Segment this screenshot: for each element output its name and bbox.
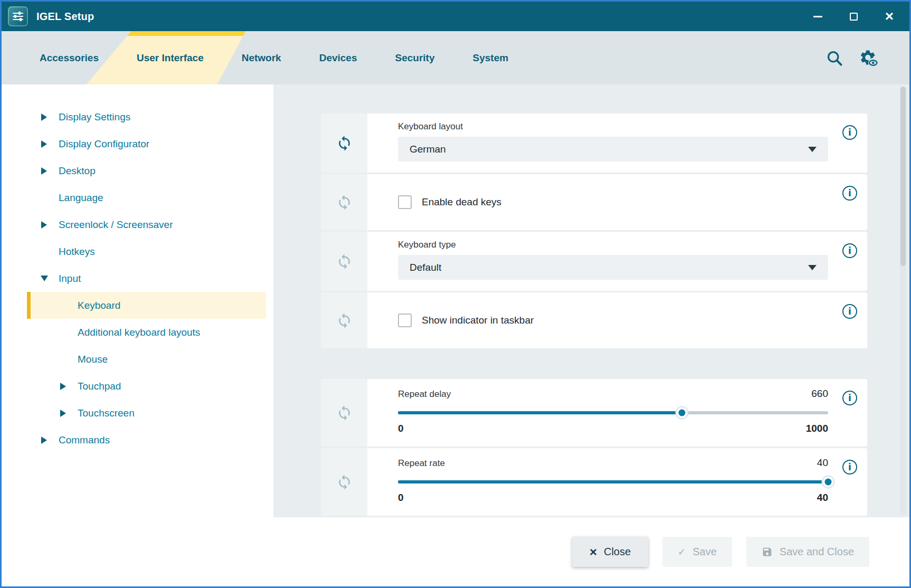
igel-setup-window: IGEL Setup × Accessories User Interface … — [0, 0, 911, 588]
info-icon[interactable]: i — [842, 304, 857, 319]
sidebar-item-label: Additional keyboard layouts — [78, 327, 200, 338]
maximize-icon[interactable] — [848, 10, 859, 23]
sidebar-item-label: Hotkeys — [59, 246, 95, 258]
slider-max-label: 1000 — [806, 423, 828, 434]
dropdown[interactable]: Default — [398, 255, 828, 280]
window-controls: × — [812, 10, 902, 23]
sidebar-item-display-configurator[interactable]: Display Configurator — [2, 130, 273, 157]
dropdown-value: German — [410, 144, 446, 155]
chevron-right-icon — [59, 383, 68, 390]
tab-label: Network — [242, 52, 281, 64]
tab-label: User Interface — [137, 52, 204, 64]
reset-to-default-icon[interactable] — [336, 474, 353, 490]
tab-security[interactable]: Security — [395, 31, 435, 84]
slider-handle[interactable] — [823, 477, 834, 488]
slider-fill — [398, 480, 828, 483]
tab-label: Devices — [319, 52, 357, 64]
vertical-scrollbar[interactable] — [900, 87, 906, 515]
chevron-right-icon — [40, 167, 49, 175]
close-window-icon[interactable]: × — [884, 10, 895, 23]
sidebar-item-touchscreen[interactable]: Touchscreen — [2, 400, 273, 426]
chevron-right-icon — [59, 410, 68, 417]
setting-card-repeat-delay: Repeat delay 660 0 1000 i — [321, 379, 867, 447]
sidebar-item-label: Commands — [59, 434, 110, 446]
tab-label: System — [473, 52, 509, 64]
reset-to-default-icon[interactable] — [336, 253, 353, 270]
sidebar-item-label: Language — [59, 192, 103, 204]
sidebar-item-language[interactable]: Language — [2, 184, 273, 211]
slider-value: 660 — [811, 388, 828, 400]
reset-to-default-icon[interactable] — [336, 312, 353, 329]
tab-user-interface[interactable]: User Interface — [137, 31, 204, 84]
save-button[interactable]: ✓ Save — [662, 537, 732, 567]
info-icon[interactable]: i — [842, 460, 857, 475]
reset-to-default-icon[interactable] — [336, 194, 353, 211]
slider-max-label: 40 — [817, 492, 828, 504]
info-icon[interactable]: i — [842, 186, 857, 201]
search-icon[interactable] — [826, 50, 843, 67]
tab-bar: Accessories User Interface Network Devic… — [2, 31, 909, 84]
save-and-close-button[interactable]: Save and Close — [746, 537, 869, 567]
chevron-down-icon — [808, 265, 817, 270]
chevron-right-icon — [40, 113, 49, 121]
sidebar-item-mouse[interactable]: Mouse — [2, 346, 273, 373]
sidebar-item-additional-keyboard-layouts[interactable]: Additional keyboard layouts — [2, 319, 273, 346]
save-button-label: Save — [692, 546, 717, 558]
chevron-right-icon — [40, 140, 49, 148]
dropdown-value: Default — [410, 262, 441, 273]
sidebar-item-keyboard[interactable]: Keyboard — [27, 292, 266, 319]
sidebar-item-label: Desktop — [59, 165, 96, 177]
setting-card-enable-dead-keys: Enable dead keys i — [321, 174, 867, 230]
sidebar-item-label: Touchpad — [78, 381, 121, 392]
reset-to-default-icon[interactable] — [336, 135, 353, 151]
close-button-label: Close — [604, 546, 631, 558]
setting-card-show-indicator-in-taskbar: Show indicator in taskbar i — [321, 292, 867, 348]
checkbox-label: Enable dead keys — [422, 196, 501, 208]
info-icon[interactable]: i — [842, 391, 857, 405]
tab-list: Accessories User Interface Network Devic… — [2, 31, 546, 84]
info-icon[interactable]: i — [842, 125, 857, 140]
profile-settings-gear-eye-icon[interactable] — [859, 49, 879, 68]
scrollbar-thumb[interactable] — [900, 87, 906, 266]
slider-value: 40 — [817, 457, 828, 469]
sidebar-item-desktop[interactable]: Desktop — [2, 157, 273, 184]
check-icon: ✓ — [678, 546, 686, 558]
tab-network[interactable]: Network — [242, 31, 281, 84]
setting-card-keyboard-layout: Keyboard layout German i — [321, 113, 867, 173]
tab-devices[interactable]: Devices — [319, 31, 357, 84]
sidebar-item-label: Mouse — [78, 354, 108, 365]
dropdown[interactable]: German — [398, 137, 828, 162]
sidebar-item-display-settings[interactable]: Display Settings — [2, 103, 273, 130]
field-label: Keyboard layout — [398, 121, 828, 132]
slider-min-label: 0 — [398, 492, 404, 504]
chevron-right-icon — [40, 221, 49, 229]
tab-label: Security — [395, 52, 435, 64]
tab-accessories[interactable]: Accessories — [40, 31, 99, 84]
igel-logo-icon — [8, 6, 28, 26]
sidebar-item-touchpad[interactable]: Touchpad — [2, 373, 273, 400]
setting-card-repeat-rate: Repeat rate 40 0 40 i — [321, 448, 867, 516]
field-label: Keyboard type — [398, 240, 828, 250]
checkbox-label: Show indicator in taskbar — [422, 315, 534, 326]
slider-label: Repeat rate — [398, 458, 445, 469]
tab-system[interactable]: System — [473, 31, 509, 84]
sidebar-item-commands[interactable]: Commands — [2, 426, 273, 453]
sidebar-nav: Display Settings Display Configurator De… — [2, 84, 273, 517]
checkbox[interactable] — [398, 314, 412, 327]
checkbox[interactable] — [398, 195, 412, 209]
settings-list: Keyboard layout German i Enable dead key… — [321, 113, 867, 516]
chevron-right-icon — [40, 437, 49, 444]
slider-label: Repeat delay — [398, 389, 451, 400]
sidebar-item-label: Display Configurator — [59, 138, 149, 150]
minimize-icon[interactable] — [812, 10, 823, 23]
reset-to-default-icon[interactable] — [336, 405, 353, 421]
sidebar-item-hotkeys[interactable]: Hotkeys — [2, 238, 273, 265]
sidebar-item-input[interactable]: Input — [2, 265, 273, 292]
slider[interactable] — [398, 476, 828, 488]
close-button[interactable]: × Close — [572, 537, 648, 567]
sidebar-item-screenlock-screensaver[interactable]: Screenlock / Screensaver — [2, 211, 273, 238]
slider[interactable] — [398, 406, 828, 419]
slider-handle[interactable] — [676, 407, 687, 419]
info-icon[interactable]: i — [842, 243, 857, 258]
tab-label: Accessories — [40, 52, 99, 64]
